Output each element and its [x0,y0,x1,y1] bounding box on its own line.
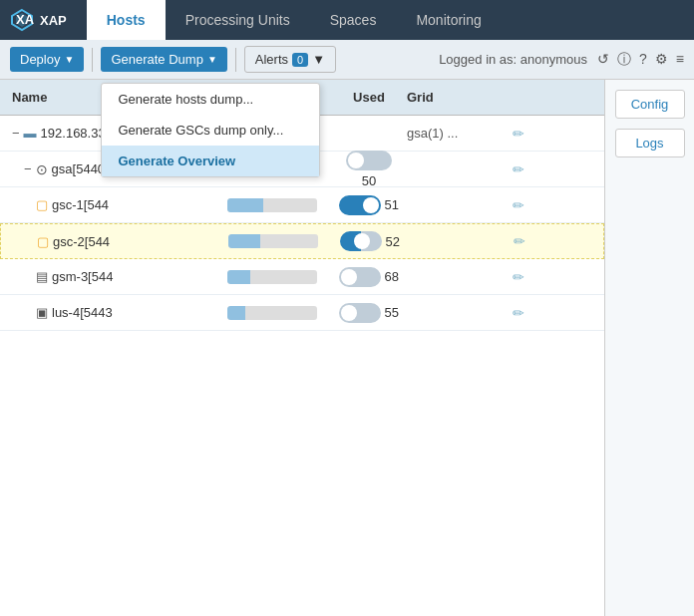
row-name-gsc2: ▢ gsc-2[544 [1,234,220,249]
table-row: ▣ lus-4[5443 55 ✏ [0,295,604,331]
row-name-gsm3: ▤ gsm-3[544 [0,269,219,284]
config-button[interactable]: Config [615,90,685,119]
logged-in-text: Logged in as: anonymous [439,52,587,67]
deploy-arrow-icon: ▼ [64,54,74,65]
right-sidebar: Config Logs [604,80,694,616]
logs-button[interactable]: Logs [615,129,685,157]
toggle-gsc2[interactable] [340,231,382,251]
toggle-gsm3[interactable] [339,267,381,287]
row-progress-gsc2 [220,234,340,248]
log-icon-lus4[interactable]: ✏ [513,305,524,321]
row-used-gsc1: 51 [339,195,399,215]
toolbar-separator-1 [92,48,93,72]
row-name-gsc2-text: gsc-2[544 [53,234,110,249]
generate-dump-arrow-icon: ▼ [207,54,217,65]
row-name-lus4-text: lus-4[5443 [52,305,113,320]
row-used-lus4: 55 [339,303,399,323]
row-progress-gsm3 [219,270,339,284]
gsc2-icon: ▢ [37,234,49,249]
progress-fill-gsc1 [227,198,263,212]
tab-spaces[interactable]: Spaces [310,0,397,40]
log-icon-gsa[interactable]: ✏ [513,161,524,177]
gsa-icon: ⊙ [36,161,48,177]
row-progress-gsc1 [219,198,339,212]
toggle-knob-gsc2 [354,233,370,249]
row-action-gsc1: ✏ [499,197,538,213]
row-name-gsc1-text: gsc-1[544 [52,197,109,212]
log-icon-host[interactable]: ✏ [513,126,524,142]
alerts-arrow-icon: ▼ [312,52,325,67]
alerts-badge: 0 [292,53,308,67]
dropdown-item-generate-hosts[interactable]: Generate hosts dump... [102,84,319,115]
toggle-lus4[interactable] [339,303,381,323]
tab-monitoring[interactable]: Monitoring [396,0,501,40]
logo: XAP XAP [10,8,67,32]
row-used-gsm3: 68 [339,267,399,287]
expand-icon-host[interactable]: − [12,126,20,141]
col-header-grid: Grid [399,90,499,105]
lus4-icon: ▣ [36,305,48,320]
toggle-knob-gsa [348,153,364,168]
table-row: ▤ gsm-3[544 68 ✏ [0,259,604,295]
table-row: ▢ gsc-1[544 51 ✏ [0,187,604,223]
help-icon[interactable]: ? [639,51,647,69]
generate-dump-wrapper: Generate Dump ▼ Generate hosts dump... G… [101,47,226,72]
row-grid-host: gsa(1) ... [399,126,499,141]
row-action-lus4: ✏ [499,305,538,321]
row-name-gsc1: ▢ gsc-1[544 [0,197,219,212]
tab-processing-units[interactable]: Processing Units [166,0,310,40]
toggle-gsc1[interactable] [339,195,381,215]
generate-dump-label: Generate Dump [111,52,203,67]
svg-text:XAP: XAP [16,12,34,27]
log-icon-gsc1[interactable]: ✏ [513,197,524,213]
deploy-label: Deploy [20,52,60,67]
progress-fill-gsm3 [227,270,250,284]
toggle-knob-lus4 [341,305,357,321]
toolbar-separator-2 [235,48,236,72]
nav-tabs: Hosts Processing Units Spaces Monitoring [87,0,684,40]
progress-fill-lus4 [227,306,245,320]
table-row: ▢ gsc-2[544 52 ✏ [0,223,604,259]
generate-dump-button[interactable]: Generate Dump ▼ [101,47,226,72]
toggle-knob-gsm3 [341,269,357,285]
gsm3-icon: ▤ [36,269,48,284]
row-action-gsm3: ✏ [499,269,538,285]
toggle-gsa[interactable] [346,151,392,170]
gsc1-icon: ▢ [36,197,48,212]
logo-text: XAP [40,13,67,28]
toolbar-right: Logged in as: anonymous ↺ ⓘ ? ⚙ ≡ [439,51,684,69]
col-header-used: Used [339,90,399,105]
dropdown-item-generate-gscs[interactable]: Generate GSCs dump only... [102,115,319,146]
alerts-button[interactable]: Alerts 0 ▼ [244,46,336,73]
server-icon: ▬ [24,126,37,141]
alerts-label: Alerts [255,52,288,67]
deploy-button[interactable]: Deploy ▼ [10,47,84,72]
expand-icon-gsa[interactable]: − [24,161,32,176]
row-action-host: ✏ [499,126,538,142]
dropdown-item-generate-overview[interactable]: Generate Overview [102,146,319,176]
row-name-gsm3-text: gsm-3[544 [52,269,113,284]
row-name-lus4: ▣ lus-4[5443 [0,305,219,320]
settings-icon[interactable]: ⚙ [655,51,668,69]
toggle-knob-gsc1 [363,197,379,213]
toolbar: Deploy ▼ Generate Dump ▼ Generate hosts … [0,40,694,80]
row-progress-lus4 [219,306,339,320]
row-used-gsa: 50 [339,151,399,188]
log-icon-gsm3[interactable]: ✏ [513,269,524,285]
menu-icon[interactable]: ≡ [676,51,684,69]
row-action-gsc2: ✏ [500,233,539,249]
xap-logo-icon: XAP [10,8,34,32]
info-icon[interactable]: ⓘ [617,51,631,69]
progress-fill-gsc2 [228,234,260,248]
row-action-gsa: ✏ [499,161,538,177]
tab-hosts[interactable]: Hosts [87,0,166,40]
log-icon-gsc2[interactable]: ✏ [514,233,525,249]
generate-dump-dropdown: Generate hosts dump... Generate GSCs dum… [101,83,320,177]
header: XAP XAP Hosts Processing Units Spaces Mo… [0,0,694,40]
toolbar-icons: ↺ ⓘ ? ⚙ ≡ [597,51,684,69]
refresh-icon[interactable]: ↺ [597,51,609,69]
row-used-gsc2: 52 [340,231,400,251]
